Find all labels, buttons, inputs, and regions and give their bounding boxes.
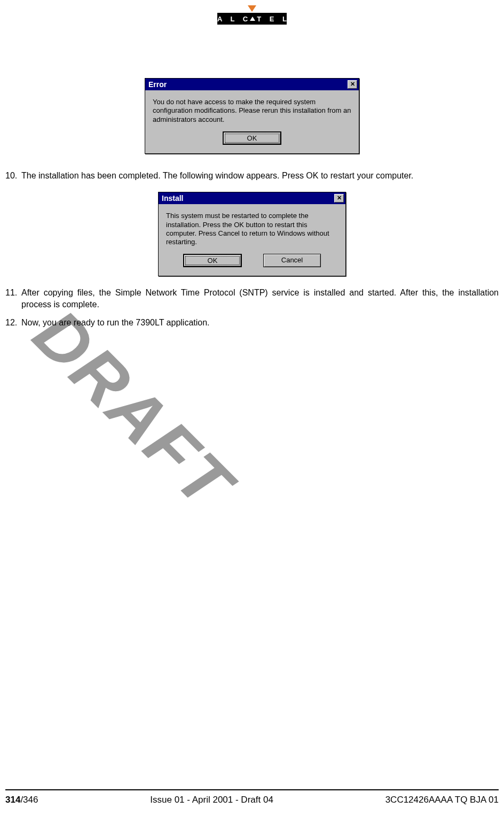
- install-message: This system must be restarted to complet…: [166, 212, 338, 246]
- step-number: 10.: [5, 170, 21, 182]
- step-10: 10. The installation has been completed.…: [5, 170, 499, 182]
- step-text: After copying files, the Simple Network …: [21, 287, 499, 310]
- page-number: 314/346: [5, 795, 38, 805]
- step-number: 11.: [5, 287, 21, 310]
- step-number: 12.: [5, 317, 21, 329]
- footer-right: 3CC12426AAAA TQ BJA 01: [385, 795, 499, 805]
- watermark-text: DRAFT: [18, 294, 249, 525]
- install-titlebar: Install ✕: [159, 192, 345, 204]
- step-11: 11. After copying files, the Simple Netw…: [5, 287, 499, 310]
- error-titlebar: Error ✕: [145, 79, 359, 90]
- page-footer: 314/346 Issue 01 - April 2001 - Draft 04…: [5, 789, 499, 805]
- logo-inner-triangle-icon: [250, 17, 255, 21]
- close-icon[interactable]: ✕: [348, 80, 357, 89]
- error-title: Error: [148, 80, 167, 89]
- footer-center: Issue 01 - April 2001 - Draft 04: [150, 795, 273, 805]
- close-icon[interactable]: ✕: [334, 194, 344, 203]
- brand-logo: A L CT E L: [217, 5, 287, 25]
- ok-button[interactable]: OK: [223, 131, 281, 145]
- step-text: Now, you are ready to run the 7390LT app…: [21, 317, 499, 329]
- logo-text: A L CT E L: [217, 13, 287, 25]
- error-message: You do not have access to make the requi…: [153, 98, 351, 124]
- ok-button[interactable]: OK: [183, 254, 242, 267]
- step-text: The installation has been completed. The…: [21, 170, 499, 182]
- cancel-button[interactable]: Cancel: [263, 254, 321, 267]
- step-12: 12. Now, you are ready to run the 7390LT…: [5, 317, 499, 329]
- install-dialog: Install ✕ This system must be restarted …: [158, 192, 346, 276]
- error-dialog: Error ✕ You do not have access to make t…: [145, 78, 359, 154]
- logo-triangle-icon: [248, 5, 256, 12]
- install-title: Install: [162, 194, 183, 203]
